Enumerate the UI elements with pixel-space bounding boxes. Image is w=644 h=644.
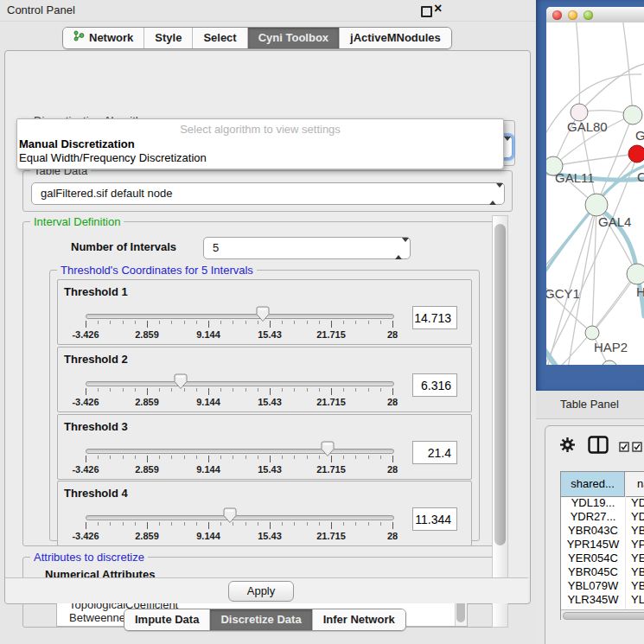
tick-major [331,522,332,529]
tab-impute-data[interactable]: Impute Data [124,609,209,630]
close-icon[interactable]: × [434,1,442,16]
threshold-value-field[interactable]: 21.4 [412,441,457,464]
node-green[interactable] [623,105,642,124]
tab-select[interactable]: Select [192,28,246,48]
column-header-name[interactable]: na [625,472,644,496]
tab-style[interactable]: Style [143,28,192,48]
float-panel-icon[interactable] [421,6,432,17]
edge[interactable] [546,277,592,333]
slider-track[interactable] [86,381,394,386]
node-label: HAP2 [594,340,628,354]
number-of-intervals-combobox[interactable]: 5 [203,237,411,259]
popup-item-manual-discretization[interactable]: Manual Discretization [19,137,135,150]
slider-thumb[interactable] [256,306,270,322]
tick-minor [282,522,283,526]
threshold-value-field[interactable]: 6.316 [412,373,457,397]
tab-infer-network[interactable]: Infer Network [312,609,405,630]
checkbox-icon[interactable] [619,440,629,456]
tick-label: 15.43 [244,531,296,541]
table-row[interactable]: YBR045CYBR0 [561,565,644,579]
tick-label: 9.144 [182,464,234,475]
node-pink[interactable] [571,104,588,121]
table-horizontal-scrollbar[interactable] [561,609,644,620]
bottom-tab-bar: Impute Data Discretize Data Infer Networ… [124,609,406,631]
edge[interactable] [576,22,580,112]
tick-minor [343,522,344,526]
threshold-panel: Threshold 1-3.4262.8599.14415.4321.71528… [57,279,472,345]
tick-minor [355,456,356,459]
tab-network[interactable]: Network [63,28,143,48]
cell-shared-name[interactable]: YLR345W [561,593,626,607]
popup-item-equal-width-frequency[interactable]: Equal Width/Frequency Discretization [19,151,207,164]
node-label: GCY1 [546,286,580,301]
threshold-value-field[interactable]: 11.344 [412,507,457,531]
edge-highlighted[interactable] [546,207,595,286]
slider-thumb[interactable] [321,441,335,457]
table-row[interactable]: YBL079WYBL0 [561,579,644,593]
panel-scrollbar[interactable] [492,215,508,628]
network-canvas[interactable]: GAL80GACGAL11GAL4GCY1HHAP2 [546,22,644,365]
tick-major [331,321,332,328]
table-data-combobox[interactable]: galFiltered.sif default node [31,182,505,205]
cell-name[interactable]: YBR0 [626,524,644,538]
table-row[interactable]: YPR145WYPR1 [561,538,644,552]
node-label: GAL80 [567,119,608,134]
node-red[interactable] [628,145,644,163]
edge[interactable] [592,274,637,333]
threshold-value-field[interactable]: 14.713 [412,306,457,329]
slider-thumb[interactable] [223,507,237,524]
close-traffic-light[interactable] [552,10,562,20]
tick-minor [245,321,246,324]
table-row[interactable]: YLR345WYLR3 [561,593,644,607]
cell-name[interactable]: YDL1 [626,496,644,510]
edge[interactable] [568,205,596,365]
cell-name[interactable]: YPR1 [626,538,644,552]
column-layout-icon[interactable] [588,436,609,457]
slider-thumb[interactable] [174,373,188,390]
gear-icon[interactable] [559,437,576,456]
apply-button[interactable]: Apply [228,581,294,602]
cell-shared-name[interactable]: YER054C [561,552,626,565]
cell-name[interactable]: YER0 [626,552,644,565]
slider-track[interactable] [86,515,394,520]
cell-name[interactable]: YBR0 [626,565,644,579]
cell-name[interactable]: YBL0 [626,579,644,593]
node-green[interactable] [585,194,608,216]
table-panel-body: shared... na YDL19...YDL1YDR27...YDR2YBR… [536,419,644,644]
scrollbar-thumb[interactable] [494,224,506,545]
scrollbar-thumb[interactable] [563,612,644,620]
table-row[interactable]: YDR27...YDR2 [561,510,644,524]
table-row[interactable]: YER054CYER0 [561,552,644,565]
table-row[interactable]: YBR043CYBR0 [561,524,644,538]
cell-shared-name[interactable]: YBL079W [561,579,626,593]
checkbox-icon[interactable] [632,440,642,456]
tab-label: Style [155,28,182,48]
tick-label: 2.859 [121,329,173,340]
edge[interactable] [579,64,644,112]
table-row[interactable]: YDL19...YDL1 [561,496,644,510]
tab-discretize-data[interactable]: Discretize Data [209,609,311,630]
slider-track[interactable] [86,314,394,319]
column-header-shared-name[interactable]: shared... [561,472,625,496]
tab-jactivemnodules[interactable]: jActiveMNodules [339,28,451,48]
node-green[interactable] [627,264,644,284]
tick-minor [307,321,308,324]
tick-major [392,522,393,529]
zoom-traffic-light[interactable] [583,10,593,20]
slider-track[interactable] [86,449,394,454]
cell-shared-name[interactable]: YBR043C [561,524,626,538]
tab-cyni-toolbox[interactable]: Cyni Toolbox [247,28,339,48]
cell-name[interactable]: YDR2 [626,510,644,524]
tick-major [270,456,271,462]
tick-minor [307,456,308,459]
cell-shared-name[interactable]: YBR045C [561,565,626,579]
node-green[interactable] [585,326,599,340]
cell-shared-name[interactable]: YDL19... [561,496,626,510]
tick-minor [343,321,344,324]
node-green[interactable] [602,360,617,365]
cell-name[interactable]: YLR3 [626,593,644,607]
minimize-traffic-light[interactable] [568,10,577,20]
cell-shared-name[interactable]: YDR27... [561,510,626,524]
cell-shared-name[interactable]: YPR145W [561,538,626,552]
tick-minor [171,321,172,324]
